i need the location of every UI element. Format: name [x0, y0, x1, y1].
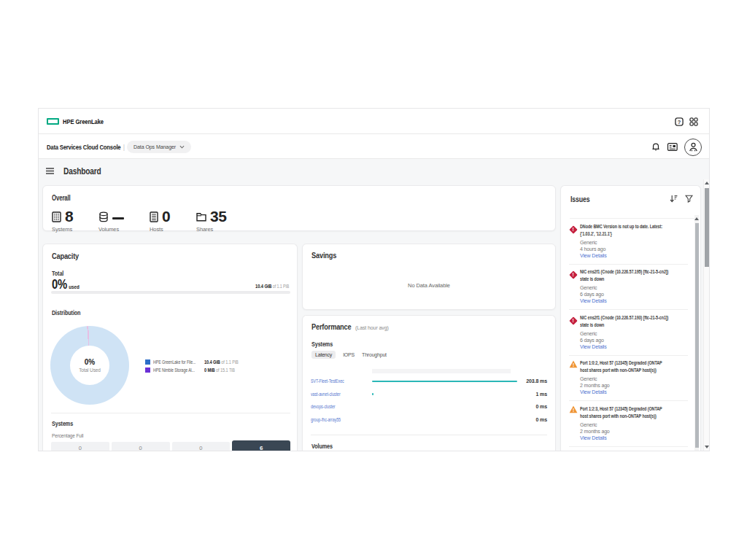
svg-text:?: ?	[678, 118, 681, 125]
stat-value	[112, 209, 124, 224]
stat-value-row: 35	[196, 209, 226, 224]
issue-title: Port 1:0:2, Host 57 (12345) Degraded (ON…	[580, 359, 690, 374]
help-icon[interactable]: ?	[675, 117, 684, 126]
overall-stat: Volumes	[98, 209, 124, 224]
legend-label: HPE Nimble Storage Al...	[153, 368, 205, 373]
volumes-icon	[98, 211, 109, 222]
system-link[interactable]: vast-avnet-cluster	[311, 392, 357, 397]
hpe-greenlake-brand[interactable]: HPE GreenLake	[47, 109, 114, 134]
view-details-link[interactable]: View Details	[580, 435, 690, 441]
issue-item: ! NIC ens2f1 (Cnode (10.226.57.193) [ftc…	[561, 310, 694, 356]
stat-value: 0	[162, 209, 170, 224]
view-details-link[interactable]: View Details	[580, 252, 690, 259]
chevron-down-icon	[179, 145, 185, 149]
performance-tab[interactable]: Latency	[311, 351, 336, 359]
legend-label: HPE GreenLake for File...	[153, 359, 205, 365]
system-link[interactable]: group-fhc-array55	[311, 417, 357, 422]
issues-toolbar	[670, 195, 693, 203]
capacity-usage-text: 10.4 GiB of 1.1 PiB	[255, 284, 289, 289]
page-header-row: Dashboard	[46, 166, 112, 176]
performance-row: SVT-Fleet-TestExec 203.8 ms	[311, 375, 547, 388]
performance-title: Performance	[311, 322, 351, 331]
dashboard-content: Dashboard Overall 8 Systems Volumes 0 Ho…	[39, 159, 709, 451]
stat-label: Shares	[196, 226, 213, 233]
performance-axis-band	[372, 369, 511, 373]
scroll-down-arrow-icon[interactable]	[705, 446, 709, 448]
shares-icon	[196, 212, 206, 222]
percentage-full-bucket: 0	[51, 442, 109, 451]
divider	[51, 413, 290, 413]
hpe-logo-icon	[47, 118, 59, 125]
stat-value-row	[98, 209, 124, 224]
person-icon	[688, 141, 699, 152]
stat-label: Systems	[52, 226, 72, 233]
performance-volumes-label: Volumes	[311, 443, 333, 450]
savings-card: Savings No Data Available	[302, 244, 556, 310]
separator: |	[123, 144, 125, 151]
performance-tab[interactable]: Throughput	[362, 351, 387, 359]
page-scrollbar[interactable]	[703, 179, 709, 451]
page-title: Dashboard	[63, 166, 101, 176]
issues-list: ! DNode BMC Version is not up to date. L…	[561, 219, 694, 451]
legend-row: HPE Nimble Storage Al... 0 MiB of 15.1 T…	[145, 366, 247, 373]
overall-stat: 35 Shares	[196, 209, 226, 224]
divider	[311, 435, 547, 435]
issue-source: Generic	[580, 421, 690, 428]
legend-swatch	[145, 359, 150, 365]
performance-tab[interactable]: IOPS	[343, 351, 355, 359]
legend-swatch	[145, 368, 150, 373]
latency-bar-track	[372, 413, 517, 427]
app-switcher-dropdown[interactable]: Data Ops Manager	[127, 141, 191, 153]
console-header: Data Services Cloud Console | Data Ops M…	[39, 135, 709, 159]
scroll-up-arrow-icon[interactable]	[705, 182, 709, 184]
console-header-icons	[651, 135, 702, 159]
user-avatar[interactable]	[684, 139, 702, 156]
view-details-link[interactable]: View Details	[580, 343, 690, 350]
brand-name: HPE GreenLake	[63, 117, 104, 125]
overall-stat: 8 Systems	[52, 209, 73, 224]
sort-icon[interactable]	[670, 195, 678, 203]
stat-value: 35	[210, 209, 226, 224]
performance-row: group-fhc-array55 0 ms	[311, 413, 547, 427]
latency-bar	[372, 381, 517, 383]
scroll-up-arrow-icon[interactable]	[694, 217, 699, 220]
page-scrollbar-thumb[interactable]	[705, 188, 709, 267]
latency-value: 1 ms	[535, 392, 547, 397]
filter-funnel-icon[interactable]	[685, 195, 693, 203]
divider	[569, 446, 688, 447]
percentage-full-bucket: 0	[172, 442, 231, 451]
performance-card: Performance (Last hour avg) Systems Late…	[302, 315, 556, 451]
performance-systems-label: Systems	[311, 341, 333, 348]
issue-time: 6 days ago	[580, 291, 690, 298]
latency-value: 203.8 ms	[526, 378, 547, 384]
app-launcher-icon[interactable]	[689, 117, 698, 126]
notifications-bell-icon[interactable]	[651, 141, 661, 152]
system-link[interactable]: devops-cluster	[311, 404, 357, 409]
stat-value: 8	[65, 209, 73, 224]
overall-title: Overall	[52, 193, 71, 202]
capacity-progress-bar	[51, 291, 290, 294]
hamburger-menu-icon[interactable]	[46, 168, 54, 174]
whats-new-icon[interactable]	[667, 141, 678, 152]
performance-rows: SVT-Fleet-TestExec 203.8 ms vast-avnet-c…	[311, 375, 547, 426]
issues-card: Issues ! DNode BMC Version is not up to …	[560, 185, 701, 451]
issue-time: 6 days ago	[580, 337, 690, 343]
issues-title: Issues	[570, 195, 589, 203]
latency-bar	[372, 393, 374, 395]
issues-scrollbar[interactable]	[694, 215, 699, 451]
donut-center-label: Total Used	[79, 368, 101, 373]
overall-stat: 0 Hosts	[150, 209, 170, 224]
system-link[interactable]: SVT-Fleet-TestExec	[311, 378, 357, 384]
view-details-link[interactable]: View Details	[580, 389, 690, 395]
issue-title: NIC ens2f1 (Cnode (10.226.57.193) [ftc-2…	[580, 314, 690, 329]
capacity-title: Capacity	[52, 252, 79, 260]
capacity-distribution-label: Distribution	[52, 309, 80, 316]
percentage-full-bucket: 0	[112, 442, 170, 451]
latency-value: 0 ms	[535, 417, 547, 422]
critical-icon: !	[569, 223, 577, 236]
capacity-percent-used: 0%used	[52, 276, 80, 292]
stat-value-row: 0	[150, 209, 170, 224]
issues-scrollbar-thumb[interactable]	[695, 223, 699, 448]
view-details-link[interactable]: View Details	[580, 298, 690, 304]
critical-icon: !	[569, 314, 577, 327]
